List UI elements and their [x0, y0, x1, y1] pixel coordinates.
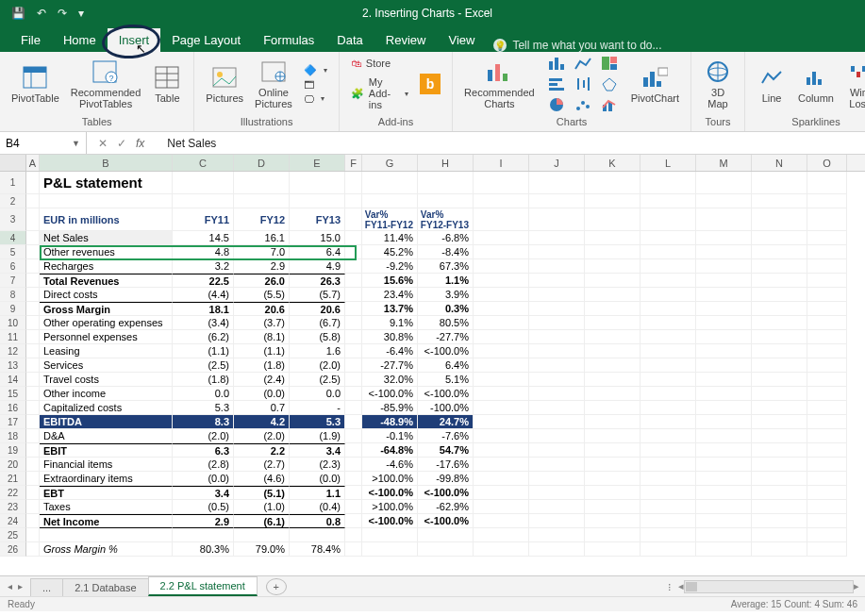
- cell[interactable]: [474, 443, 529, 458]
- cell[interactable]: 3.2: [173, 259, 234, 274]
- cell[interactable]: [807, 288, 847, 302]
- cell[interactable]: Financial items: [40, 458, 173, 472]
- col-G[interactable]: G: [362, 155, 418, 171]
- recommended-pivottables-button[interactable]: ? Recommended PivotTables: [65, 58, 147, 111]
- cell[interactable]: [345, 373, 362, 387]
- col-N[interactable]: N: [752, 155, 807, 171]
- cell[interactable]: (1.1): [173, 344, 234, 358]
- cell[interactable]: [696, 486, 752, 500]
- cell[interactable]: [345, 415, 362, 429]
- tab-view[interactable]: View: [437, 28, 486, 52]
- cell[interactable]: 1.6: [290, 344, 345, 358]
- cell[interactable]: 4.2: [234, 415, 290, 429]
- row-header[interactable]: 9: [0, 302, 26, 316]
- cell[interactable]: Travel costs: [40, 373, 173, 387]
- cell[interactable]: [26, 208, 40, 231]
- col-O[interactable]: O: [807, 155, 847, 171]
- cell[interactable]: EBITDA: [40, 415, 173, 429]
- cell[interactable]: [26, 514, 40, 528]
- cell[interactable]: 80.3%: [173, 542, 234, 557]
- cell[interactable]: [752, 528, 807, 542]
- cell[interactable]: [529, 528, 585, 542]
- cell[interactable]: [585, 401, 640, 415]
- cell[interactable]: [640, 458, 696, 472]
- cell[interactable]: [529, 330, 585, 344]
- cell[interactable]: [474, 194, 529, 208]
- cell[interactable]: [26, 194, 40, 208]
- cell[interactable]: 18.1: [173, 302, 234, 316]
- cell[interactable]: [345, 245, 362, 259]
- cell[interactable]: (0.0): [290, 472, 345, 486]
- cell[interactable]: [529, 208, 585, 231]
- cell[interactable]: [752, 542, 807, 557]
- cell[interactable]: Leasing: [40, 344, 173, 358]
- cell[interactable]: [807, 415, 847, 429]
- treemap-chart-button[interactable]: [597, 54, 622, 73]
- cell[interactable]: [40, 528, 173, 542]
- cell[interactable]: [640, 373, 696, 387]
- enter-formula-icon[interactable]: ✓: [117, 137, 126, 150]
- cell[interactable]: [752, 344, 807, 358]
- col-I[interactable]: I: [474, 155, 529, 171]
- cell[interactable]: [474, 344, 529, 358]
- row-header[interactable]: 10: [0, 316, 26, 330]
- sparkline-column-button[interactable]: Column: [792, 63, 840, 106]
- row-header[interactable]: 14: [0, 373, 26, 387]
- cell[interactable]: [640, 358, 696, 373]
- cell[interactable]: 80.5%: [418, 316, 474, 330]
- cell[interactable]: [345, 528, 362, 542]
- cell[interactable]: 13.7%: [362, 302, 418, 316]
- cell[interactable]: -85.9%: [362, 401, 418, 415]
- cell[interactable]: 67.3%: [418, 259, 474, 274]
- cell[interactable]: [529, 443, 585, 458]
- row-header[interactable]: 11: [0, 330, 26, 344]
- cell[interactable]: [696, 472, 752, 486]
- cell[interactable]: [585, 387, 640, 401]
- cell[interactable]: [640, 429, 696, 443]
- cell[interactable]: [26, 172, 40, 194]
- row-header[interactable]: 24: [0, 514, 26, 528]
- cell[interactable]: [529, 194, 585, 208]
- cell[interactable]: -27.7%: [418, 330, 474, 344]
- cell[interactable]: Gross Margin: [40, 302, 173, 316]
- cell[interactable]: [752, 415, 807, 429]
- cell[interactable]: (0.0): [234, 387, 290, 401]
- tab-file[interactable]: File: [9, 28, 52, 52]
- cell[interactable]: [474, 316, 529, 330]
- cell[interactable]: [752, 500, 807, 514]
- cell[interactable]: EBT: [40, 486, 173, 500]
- cell[interactable]: [529, 486, 585, 500]
- tab-data[interactable]: Data: [325, 28, 374, 52]
- cell[interactable]: [807, 528, 847, 542]
- cell[interactable]: Recharges: [40, 259, 173, 274]
- col-M[interactable]: M: [696, 155, 752, 171]
- cell[interactable]: 9.1%: [362, 316, 418, 330]
- col-E[interactable]: E: [290, 155, 345, 171]
- col-H[interactable]: H: [418, 155, 474, 171]
- cell[interactable]: [234, 528, 290, 542]
- cell[interactable]: [752, 486, 807, 500]
- cell[interactable]: [585, 514, 640, 528]
- cell[interactable]: [345, 231, 362, 245]
- cell[interactable]: [807, 245, 847, 259]
- cell[interactable]: [529, 458, 585, 472]
- cell[interactable]: [345, 208, 362, 231]
- cell[interactable]: [752, 472, 807, 486]
- row-header[interactable]: 4: [0, 231, 26, 245]
- cell[interactable]: [529, 514, 585, 528]
- cell[interactable]: [696, 458, 752, 472]
- cell[interactable]: (5.7): [290, 288, 345, 302]
- row-header[interactable]: 17: [0, 415, 26, 429]
- cell[interactable]: 16.1: [234, 231, 290, 245]
- cell[interactable]: <-100.0%: [362, 387, 418, 401]
- cell[interactable]: [474, 387, 529, 401]
- cell[interactable]: 11.4%: [362, 231, 418, 245]
- row-header[interactable]: 19: [0, 443, 26, 458]
- pivotchart-button[interactable]: PivotChart: [625, 63, 685, 106]
- cell[interactable]: [696, 542, 752, 557]
- cell[interactable]: [345, 358, 362, 373]
- cell[interactable]: [752, 274, 807, 288]
- cell[interactable]: [807, 172, 847, 194]
- cell[interactable]: [752, 288, 807, 302]
- cell[interactable]: [26, 316, 40, 330]
